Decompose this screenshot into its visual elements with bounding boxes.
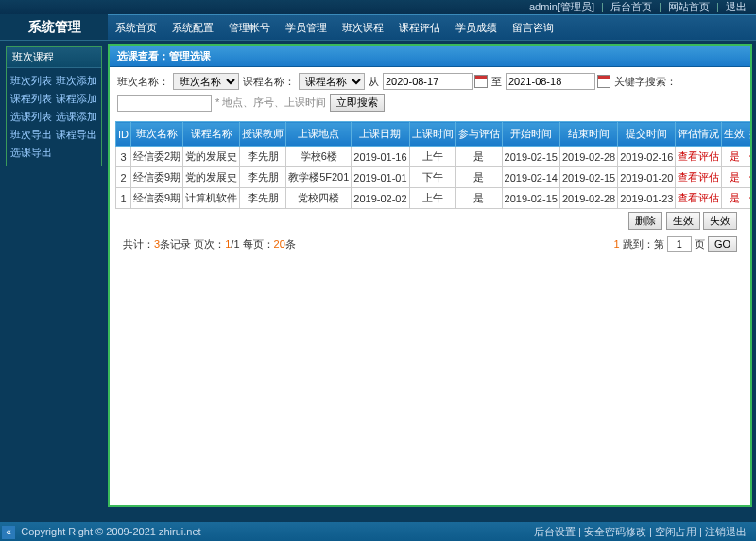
enable-button[interactable]: 生效 [666, 212, 700, 230]
keyword-input[interactable] [117, 95, 212, 112]
footer-link[interactable]: 安全密码修改 [584, 526, 646, 537]
col-header: 上课时间 [409, 122, 455, 147]
calendar-icon[interactable] [597, 75, 610, 88]
panel-title: 选课查看：管理选课 [110, 46, 750, 67]
table-row: 1经信委9期计算机软件李先朋党校四楼2019-02-02上午是2019-02-1… [116, 188, 753, 209]
sidebar-link[interactable]: 选课列表 [10, 110, 52, 124]
search-bar: 班次名称： 班次名称 课程名称： 课程名称 从 至 关键字搜索： * 地点、序号… [110, 67, 750, 117]
nav-item[interactable]: 系统首页 [108, 15, 164, 40]
link-site-home[interactable]: 网站首页 [668, 1, 710, 12]
select-class[interactable]: 班次名称 [173, 73, 239, 90]
search-button[interactable]: 立即搜索 [330, 94, 385, 112]
edit-link[interactable]: 修改 [749, 150, 752, 162]
sidebar-link[interactable]: 班次列表 [10, 74, 52, 88]
pager: 共计：3条记录 页次：1/1 每页：20条 1 跳到：第 页 GO [115, 233, 745, 255]
sidebar-link[interactable]: 课程列表 [10, 92, 52, 106]
disable-button[interactable]: 失效 [703, 212, 737, 230]
col-header: 结束时间 [559, 122, 617, 147]
sidebar-link[interactable]: 课程导出 [56, 128, 97, 142]
col-header: 上课地点 [286, 122, 352, 147]
footer-domain[interactable]: zhirui.net [159, 526, 201, 537]
col-header: 操作 [747, 122, 752, 147]
sidebar-link[interactable]: 选课添加 [56, 110, 97, 124]
nav-item[interactable]: 学员管理 [278, 15, 335, 40]
table-row: 3经信委2期党的发展史李先朋学校6楼2019-01-16上午是2019-02-1… [116, 147, 753, 167]
col-header: 评估情况 [676, 122, 722, 147]
top-bar: admin[管理员] | 后台首页 | 网站首页 | 退出 [0, 0, 756, 14]
col-header: 班次名称 [131, 122, 183, 147]
edit-link[interactable]: 修改 [749, 192, 752, 203]
col-header: 参与评估 [455, 122, 502, 147]
data-table: ID班次名称课程名称授课教师上课地点上课日期上课时间参与评估开始时间结束时间提交… [115, 121, 752, 209]
nav-item[interactable]: 班次课程 [335, 15, 391, 40]
col-header: 生效 [722, 122, 747, 147]
link-backend-home[interactable]: 后台首页 [610, 1, 652, 12]
link-logout[interactable]: 退出 [726, 1, 747, 12]
delete-button[interactable]: 删除 [628, 212, 662, 230]
nav-item[interactable]: 学员成绩 [448, 15, 505, 40]
calendar-icon[interactable] [474, 75, 488, 88]
col-header: 提交时间 [618, 122, 676, 147]
label-class: 班次名称： [117, 75, 169, 89]
col-header: 课程名称 [183, 122, 240, 147]
label-to: 至 [491, 75, 502, 89]
sidebar: 班次课程 班次列表班次添加课程列表课程添加选课列表选课添加班次导出课程导出选课导… [0, 41, 108, 511]
footer-link[interactable]: 注销退出 [705, 526, 747, 537]
user-info: admin[管理员] [529, 1, 594, 12]
col-header: 授课教师 [240, 122, 286, 147]
nav-item[interactable]: 留言咨询 [505, 15, 561, 40]
content-panel: 选课查看：管理选课 班次名称： 班次名称 课程名称： 课程名称 从 至 关键字搜… [108, 44, 752, 507]
keyword-hint: * 地点、序号、上课时间 [215, 96, 326, 110]
sidebar-link[interactable]: 选课导出 [10, 146, 52, 160]
sidebar-link[interactable]: 课程添加 [56, 92, 97, 106]
col-header: 上课日期 [352, 122, 409, 147]
nav-item[interactable]: 管理帐号 [221, 15, 278, 40]
go-button[interactable]: GO [708, 236, 737, 252]
sidebar-link[interactable]: 班次添加 [56, 74, 97, 88]
collapse-icon[interactable]: « [2, 526, 15, 539]
date-from-input[interactable] [383, 73, 472, 90]
sidebar-link[interactable]: 班次导出 [10, 128, 52, 142]
sidebar-title: 班次课程 [7, 47, 101, 68]
label-course: 课程名称： [243, 75, 295, 89]
footer: « Copyright Right © 2009-2021 zhirui.net… [0, 522, 756, 541]
table-row: 2经信委9期党的发展史李先朋教学楼5F2012019-01-01下午是2019-… [116, 167, 753, 188]
view-eval-link[interactable]: 查看评估 [678, 192, 719, 203]
edit-link[interactable]: 修改 [749, 171, 752, 183]
view-eval-link[interactable]: 查看评估 [678, 171, 719, 183]
footer-link[interactable]: 空闲占用 [655, 526, 696, 537]
nav-item[interactable]: 课程评估 [391, 15, 448, 40]
select-course[interactable]: 课程名称 [299, 73, 365, 90]
date-to-input[interactable] [506, 73, 595, 90]
footer-link[interactable]: 后台设置 [534, 526, 576, 537]
nav-item[interactable]: 系统配置 [164, 15, 221, 40]
main-nav: 系统首页系统配置管理帐号学员管理班次课程课程评估学员成绩留言咨询 [108, 14, 756, 40]
label-from: 从 [369, 75, 379, 89]
col-header: 开始时间 [502, 122, 559, 147]
col-header: ID [116, 122, 131, 147]
view-eval-link[interactable]: 查看评估 [678, 150, 719, 162]
logo: 系统管理 [0, 14, 108, 40]
page-input[interactable] [667, 236, 692, 252]
label-keyword: 关键字搜索： [614, 75, 677, 89]
